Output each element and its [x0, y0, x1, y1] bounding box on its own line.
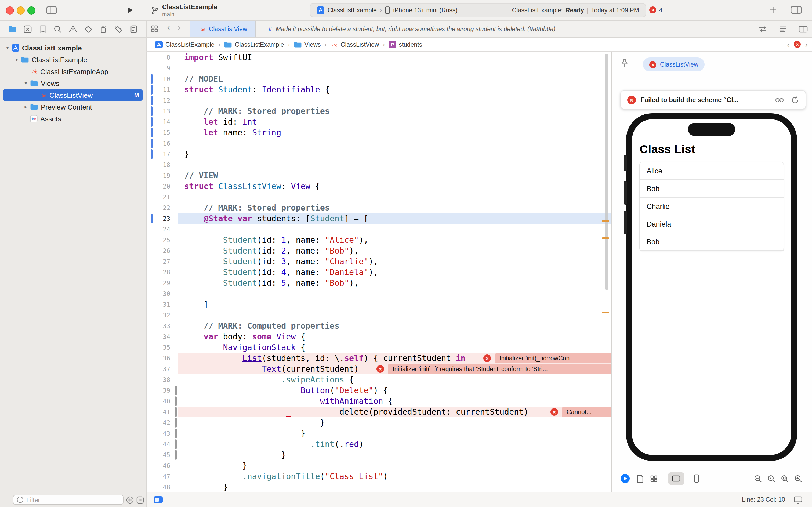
toggle-inspector-icon[interactable]	[791, 6, 802, 14]
navigator-tab-bookmark[interactable]	[37, 23, 49, 35]
sidebar-item-preview-content[interactable]: ▸Preview Content	[0, 101, 146, 113]
build-error-banner[interactable]: × Failed to build the scheme “Cl...	[620, 90, 806, 110]
sidebar-item-classlistexample[interactable]: ▾ClassListExample	[0, 54, 146, 65]
previous-issue-icon[interactable]: ‹	[787, 40, 790, 49]
code-line[interactable]: 35 NavigationStack {	[147, 342, 611, 353]
code-line[interactable]: 48 }	[147, 482, 611, 492]
tab-commit-message[interactable]: # Made it possible to delete a student, …	[255, 21, 731, 37]
zoom-window-button[interactable]	[27, 6, 36, 14]
zoom-in-icon[interactable]	[794, 474, 802, 483]
code-line[interactable]: 39 Button("Delete") {	[147, 385, 611, 396]
code-line[interactable]: 20struct ClassListView: View {	[147, 181, 611, 192]
next-issue-icon[interactable]: ›	[805, 40, 808, 49]
editor-scrollbar[interactable]	[605, 54, 608, 290]
sidebar-item-classlistexample[interactable]: ▾ClassListExample	[0, 42, 146, 54]
retry-build-icon[interactable]	[791, 96, 799, 104]
run-destination[interactable]: iPhone 13+ mini (Russ)	[393, 7, 458, 13]
code-line[interactable]: 8import SwiftUI	[147, 52, 611, 63]
code-line[interactable]: 37 Text(currentStudent)×Initializer 'ini…	[147, 363, 611, 374]
error-annotation[interactable]: ×Initializer 'init(_:)' requires that 'S…	[376, 364, 611, 374]
code-line[interactable]: 11struct Student: Identifiable {	[147, 84, 611, 95]
zoom-actual-icon[interactable]	[767, 474, 775, 483]
code-line[interactable]: 43 }	[147, 428, 611, 439]
error-annotation[interactable]: ×Cannot...	[550, 407, 611, 417]
code-line[interactable]: 13 // MARK: Stored properties	[147, 106, 611, 117]
source-editor[interactable]: 8import SwiftUI910// MODEL11struct Stude…	[146, 52, 611, 492]
canvas-toggle-icon[interactable]	[154, 496, 163, 503]
code-line[interactable]: 31 ]	[147, 299, 611, 310]
device-settings-button[interactable]	[668, 472, 684, 485]
issue-badge-icon[interactable]: ×	[794, 41, 801, 48]
navigator-tab-diamond[interactable]	[82, 23, 94, 35]
code-line[interactable]: 38 .swipeActions {	[147, 374, 611, 385]
code-line[interactable]: 23 @State var students: [Student] = [	[147, 213, 611, 224]
navigator-tab-warning[interactable]	[67, 23, 79, 35]
close-window-button[interactable]	[6, 6, 14, 14]
list-item[interactable]: Bob	[640, 233, 784, 251]
preview-tab[interactable]: × ClassListView	[643, 57, 705, 71]
add-editor-icon[interactable]	[799, 25, 808, 33]
code-line[interactable]: 32	[147, 310, 611, 321]
minimap-icon[interactable]	[779, 25, 787, 33]
list-item[interactable]: Alice	[640, 162, 784, 180]
navigator-tab-tag[interactable]	[113, 23, 125, 35]
zoom-out-icon[interactable]	[754, 474, 762, 483]
navigator-tab-spray[interactable]	[98, 23, 109, 35]
pin-icon[interactable]	[620, 59, 629, 68]
swap-editors-icon[interactable]	[758, 26, 767, 32]
zoom-fit-icon[interactable]	[781, 474, 789, 483]
sidebar-item-classlistexampleapp[interactable]: ClassListExampleApp	[0, 65, 146, 77]
breadcrumb-item[interactable]: ClassListView	[331, 41, 379, 48]
code-line[interactable]: 14 let id: Int	[147, 117, 611, 127]
code-line[interactable]: 34 var body: some View {	[147, 331, 611, 342]
tab-classlistview[interactable]: ClassListView	[189, 21, 255, 37]
code-line[interactable]: 22 // MARK: Stored properties	[147, 203, 611, 213]
preview-doc-icon[interactable]	[637, 474, 643, 483]
code-line[interactable]: 15 let name: String	[147, 127, 611, 138]
code-line[interactable]: 45 }	[147, 450, 611, 460]
recent-files-icon[interactable]	[136, 496, 144, 504]
code-line[interactable]: 41 _ delete(providedStudent: currentStud…	[147, 406, 611, 417]
library-add-icon[interactable]	[769, 6, 777, 14]
breadcrumb-item[interactable]: ClassListExample	[155, 41, 215, 48]
code-line[interactable]: 25 Student(id: 1, name: "Alice"),	[147, 235, 611, 245]
code-line[interactable]: 44 .tint(.red)	[147, 439, 611, 450]
display-icon[interactable]	[794, 496, 802, 504]
code-line[interactable]: 24	[147, 224, 611, 235]
toggle-navigator-icon[interactable]	[46, 6, 57, 14]
issue-count-badge[interactable]: × 4	[649, 6, 662, 13]
code-line[interactable]: 17}	[147, 149, 611, 160]
disclosure-chevron-icon[interactable]: ▾	[3, 45, 12, 51]
breadcrumb-item[interactable]: Views	[294, 41, 321, 48]
add-file-icon[interactable]	[126, 496, 134, 504]
disclosure-chevron-icon[interactable]: ▾	[12, 57, 21, 62]
code-line[interactable]: 10// MODEL	[147, 73, 611, 84]
list-item[interactable]: Bob	[640, 180, 784, 198]
code-line[interactable]: 33 // MARK: Computed properties	[147, 321, 611, 331]
code-line[interactable]: 29 Student(id: 5, name: "Bob"),	[147, 278, 611, 288]
code-line[interactable]: 21	[147, 192, 611, 203]
list-item[interactable]: Daniela	[640, 215, 784, 233]
code-line[interactable]: 16	[147, 138, 611, 149]
navigator-tab-report[interactable]	[128, 23, 139, 35]
disclosure-chevron-icon[interactable]: ▸	[21, 104, 30, 110]
code-line[interactable]: 19// VIEW	[147, 170, 611, 181]
code-line[interactable]: 28 Student(id: 4, name: "Daniela"),	[147, 267, 611, 278]
code-line[interactable]: 9	[147, 63, 611, 73]
code-line[interactable]: 27 Student(id: 3, name: "Charlie"),	[147, 256, 611, 267]
code-line[interactable]: 12	[147, 95, 611, 106]
diagnostics-icon[interactable]	[775, 96, 784, 104]
disclosure-chevron-icon[interactable]: ▾	[21, 80, 30, 86]
code-line[interactable]: 42 }	[147, 417, 611, 428]
run-button[interactable]	[127, 6, 134, 14]
navigator-tab-folder[interactable]	[6, 23, 18, 35]
sidebar-item-views[interactable]: ▾Views	[0, 77, 146, 89]
preview-screen[interactable]: Class List AliceBobCharlieDanielaBob	[632, 119, 791, 455]
code-line[interactable]: 47 .navigationTitle("Class List")	[147, 471, 611, 482]
code-line[interactable]: 30	[147, 288, 611, 299]
sidebar-item-assets[interactable]: Assets	[0, 113, 146, 125]
variants-grid-icon[interactable]	[650, 475, 657, 482]
list-item[interactable]: Charlie	[640, 198, 784, 215]
minimize-window-button[interactable]	[17, 6, 25, 14]
navigator-tab-search[interactable]	[52, 23, 64, 35]
